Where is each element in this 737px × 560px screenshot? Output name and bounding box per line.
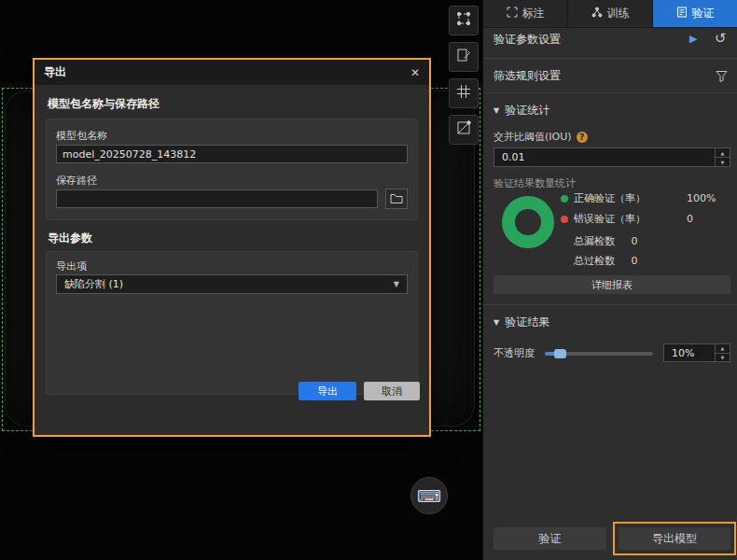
dialog-actions: 导出 取消 bbox=[299, 382, 420, 400]
export-item-value: 缺陷分割 (1) bbox=[64, 277, 123, 291]
overdetect-count-row: 总过检数 0 bbox=[574, 254, 638, 268]
nodes-tool-icon bbox=[455, 10, 472, 31]
detailed-report-label: 详细报表 bbox=[591, 278, 633, 292]
export-dialog-title: 导出 bbox=[44, 64, 66, 80]
validation-results-label: 验证结果 bbox=[505, 315, 549, 330]
result-count-label: 验证结果数量统计 bbox=[494, 176, 576, 190]
reset-icon[interactable]: ↺ bbox=[715, 30, 727, 47]
filter-icon[interactable] bbox=[716, 68, 728, 86]
divider bbox=[483, 58, 737, 59]
opacity-slider[interactable] bbox=[545, 352, 653, 356]
export-params-group: 导出项 缺陷分割 (1) ▼ bbox=[46, 251, 418, 395]
mode-tabs: 标注 训练 bbox=[483, 0, 737, 28]
export-dialog-body: 模型包名称与保存路径 模型包名称 保存路径 导出参数 导出项 bbox=[35, 85, 429, 410]
missed-count-row: 总漏检数 0 bbox=[574, 234, 638, 248]
export-item-dropdown[interactable]: 缺陷分割 (1) ▼ bbox=[56, 274, 408, 294]
diagonal-measure-tool-icon bbox=[455, 119, 472, 140]
nodes-tool-button[interactable] bbox=[449, 6, 479, 35]
edit-annotation-tool-button[interactable] bbox=[449, 42, 479, 72]
legend-item-correct: 正确验证（率） 100% bbox=[561, 192, 730, 204]
keyboard-icon: ⌨ bbox=[417, 486, 441, 506]
detailed-report-button[interactable]: 详细报表 bbox=[494, 275, 730, 294]
tab-validate-label: 验证 bbox=[692, 6, 715, 21]
iou-label: 交并比阈值(IOU) bbox=[494, 130, 572, 144]
correct-dot-icon bbox=[561, 195, 568, 203]
overdetect-value: 0 bbox=[632, 255, 638, 267]
spin-down-icon[interactable]: ▼ bbox=[716, 158, 730, 166]
opacity-label: 不透明度 bbox=[494, 346, 535, 360]
help-icon[interactable]: ? bbox=[577, 132, 588, 143]
name-path-section-title: 模型包名称与保存路径 bbox=[48, 96, 160, 112]
save-path-input[interactable] bbox=[56, 189, 378, 208]
cancel-button[interactable]: 取消 bbox=[364, 382, 420, 400]
correct-value: 100% bbox=[687, 192, 716, 204]
export-confirm-button[interactable]: 导出 bbox=[299, 382, 356, 400]
export-dialog-header[interactable]: 导出 ✕ bbox=[35, 60, 429, 85]
collapse-icon: ▼ bbox=[494, 318, 499, 327]
validation-panel: 标注 训练 bbox=[482, 0, 737, 560]
opacity-input[interactable]: 10% ▲ ▼ bbox=[663, 343, 730, 362]
missed-label: 总漏检数 bbox=[574, 235, 615, 247]
export-dialog: 导出 ✕ 模型包名称与保存路径 模型包名称 保存路径 导出参数 bbox=[33, 58, 431, 437]
validation-donut-chart bbox=[502, 196, 554, 248]
run-validation-icon[interactable]: ▶ bbox=[689, 33, 697, 45]
model-name-input[interactable] bbox=[56, 145, 408, 163]
iou-value: 0.01 bbox=[494, 148, 715, 166]
spin-up-icon[interactable]: ▲ bbox=[716, 148, 730, 158]
tab-annotate-label: 标注 bbox=[522, 6, 545, 21]
validate-icon bbox=[676, 7, 688, 21]
diagonal-measure-tool-button[interactable] bbox=[449, 115, 479, 145]
validation-param-settings-row[interactable]: 验证参数设置 bbox=[494, 32, 561, 48]
opacity-slider-handle[interactable] bbox=[554, 349, 566, 358]
virtual-keyboard-button[interactable]: ⌨ bbox=[410, 477, 448, 514]
divider bbox=[483, 92, 737, 93]
app-root: ⌨ 标注 bbox=[0, 0, 737, 560]
validation-param-settings-label: 验证参数设置 bbox=[494, 32, 561, 48]
validation-results-header[interactable]: ▼ 验证结果 bbox=[494, 315, 549, 330]
export-item-label: 导出项 bbox=[56, 259, 87, 273]
chevron-down-icon: ▼ bbox=[394, 280, 399, 288]
edit-annotation-tool-icon bbox=[455, 47, 472, 67]
save-path-label: 保存路径 bbox=[56, 174, 97, 188]
model-name-label: 模型包名称 bbox=[56, 129, 107, 143]
opacity-spinner: ▲ ▼ bbox=[715, 344, 730, 361]
spin-down-icon[interactable]: ▼ bbox=[716, 354, 730, 362]
folder-icon bbox=[390, 190, 403, 208]
export-model-button[interactable]: 导出模型 bbox=[619, 527, 730, 550]
opacity-row: 不透明度 bbox=[494, 346, 535, 360]
wrong-dot-icon bbox=[561, 216, 568, 223]
validate-button-label: 验证 bbox=[539, 531, 562, 547]
missed-value: 0 bbox=[632, 235, 638, 247]
annotate-icon bbox=[507, 7, 518, 21]
canvas-toolbar bbox=[449, 6, 479, 145]
validate-button[interactable]: 验证 bbox=[494, 527, 606, 550]
legend-item-wrong: 错误验证（率） 0 bbox=[561, 213, 730, 225]
wrong-label: 错误验证（率） bbox=[574, 212, 646, 226]
grid-tool-icon bbox=[455, 83, 472, 104]
tab-annotate[interactable]: 标注 bbox=[483, 0, 568, 27]
name-path-group: 模型包名称 保存路径 bbox=[46, 119, 418, 220]
overdetect-label: 总过检数 bbox=[574, 255, 615, 267]
close-icon[interactable]: ✕ bbox=[410, 66, 420, 79]
validation-stats-label: 验证统计 bbox=[505, 103, 549, 119]
spin-up-icon[interactable]: ▲ bbox=[716, 344, 730, 354]
iou-spinner: ▲ ▼ bbox=[715, 148, 730, 166]
tab-train-label: 训练 bbox=[607, 6, 630, 21]
iou-input[interactable]: 0.01 ▲ ▼ bbox=[494, 147, 730, 167]
train-icon bbox=[591, 7, 603, 21]
divider bbox=[483, 304, 737, 305]
browse-folder-button[interactable] bbox=[385, 189, 408, 209]
wrong-value: 0 bbox=[687, 213, 693, 225]
validation-stats-header[interactable]: ▼ 验证统计 bbox=[494, 103, 549, 119]
opacity-value: 10% bbox=[664, 344, 715, 361]
export-model-button-label: 导出模型 bbox=[652, 531, 697, 547]
export-params-section-title: 导出参数 bbox=[48, 231, 92, 246]
iou-row: 交并比阈值(IOU) ? bbox=[494, 130, 588, 144]
grid-tool-button[interactable] bbox=[449, 78, 479, 108]
tab-train[interactable]: 训练 bbox=[568, 0, 653, 27]
filter-rule-settings-label: 筛选规则设置 bbox=[494, 68, 561, 84]
collapse-icon: ▼ bbox=[494, 106, 499, 115]
tab-validate[interactable]: 验证 bbox=[653, 0, 737, 27]
filter-rule-settings-row[interactable]: 筛选规则设置 bbox=[494, 68, 561, 84]
correct-label: 正确验证（率） bbox=[574, 191, 646, 205]
